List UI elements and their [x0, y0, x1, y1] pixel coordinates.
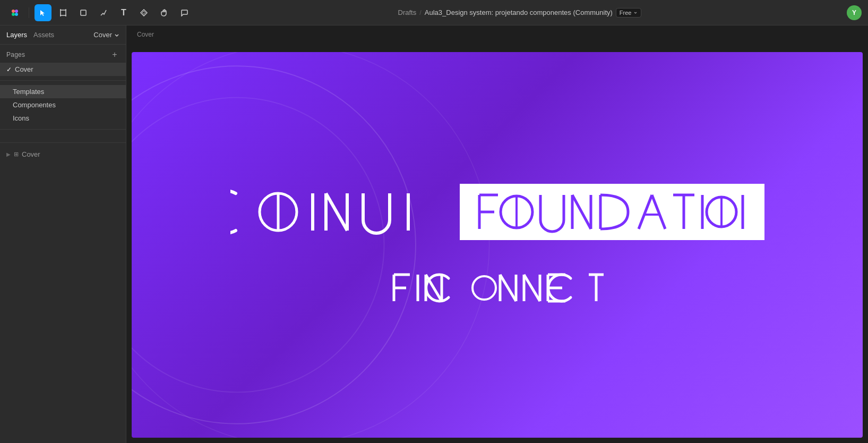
svg-rect-4 — [61, 10, 66, 15]
design-card — [132, 52, 863, 438]
project-name: Aula3_Design system: projetando componen… — [425, 8, 613, 16]
avatar: Y — [847, 5, 862, 20]
chevron-right-icon: ▶ — [6, 151, 11, 157]
figma-menu-button[interactable] — [6, 4, 23, 21]
tab-layers[interactable]: Layers — [6, 30, 27, 40]
svg-line-47 — [500, 275, 516, 301]
main-area: Layers Assets Cover Pages + ✓ Cover Temp — [0, 25, 868, 443]
layers-section: ▶ ⊞ Cover — [0, 142, 126, 166]
layer-item-cover[interactable]: ▶ ⊞ Cover — [6, 148, 119, 160]
svg-rect-9 — [81, 10, 86, 15]
finconnect-area — [391, 272, 604, 306]
toolbar-breadcrumb: Drafts / Aula3_Design system: projetando… — [193, 8, 847, 18]
breadcrumb-drafts[interactable]: Drafts — [398, 8, 417, 16]
add-page-button[interactable]: + — [110, 50, 119, 59]
page-item-icons[interactable]: Icons — [0, 112, 126, 125]
svg-point-2 — [12, 13, 15, 16]
breadcrumb-separator: / — [419, 8, 422, 16]
foundation-box — [460, 184, 764, 240]
svg-line-17 — [326, 193, 347, 231]
svg-line-30 — [652, 195, 665, 229]
left-panel: Layers Assets Cover Pages + ✓ Cover Temp — [0, 25, 126, 443]
page-item-componentes[interactable]: Componentes — [0, 98, 126, 112]
pages-section: Pages + — [0, 45, 126, 63]
svg-point-0 — [12, 10, 15, 13]
main-logo-area — [230, 184, 764, 306]
page-list: ✓ Cover — [0, 63, 126, 76]
finconnect-svg — [391, 272, 604, 304]
frame-tool-button[interactable] — [55, 4, 72, 21]
panel-tabs: Layers Assets Cover — [0, 25, 126, 45]
toolbar-left: T — [6, 4, 193, 21]
cover-tab[interactable]: Cover — [93, 31, 119, 39]
svg-point-1 — [15, 10, 18, 13]
comment-tool-button[interactable] — [176, 4, 193, 21]
svg-line-29 — [639, 195, 652, 229]
divider-2 — [0, 129, 126, 130]
sub-page-list: Templates Componentes Icons — [0, 85, 126, 125]
page-item-templates[interactable]: Templates — [0, 85, 126, 98]
frame-icon: ⊞ — [14, 151, 19, 158]
component-tool-button[interactable] — [135, 4, 152, 21]
shape-tool-button[interactable] — [75, 4, 92, 21]
text-tool-button[interactable]: T — [115, 4, 132, 21]
page-item-cover[interactable]: ✓ Cover — [0, 63, 126, 76]
coin-ui-title — [230, 184, 764, 240]
move-tool-button[interactable] — [35, 4, 51, 21]
svg-point-3 — [15, 13, 18, 16]
canvas-frame-label: Cover — [137, 31, 154, 38]
svg-line-26 — [572, 195, 591, 229]
check-icon: ✓ — [6, 66, 12, 73]
foundation-svg — [474, 191, 750, 233]
tab-assets[interactable]: Assets — [33, 30, 54, 40]
separator-1 — [29, 7, 29, 18]
toolbar-right: Y — [847, 5, 862, 20]
canvas-area: Cover — [126, 25, 868, 443]
coin-ui-svg — [230, 185, 453, 238]
toolbar: T Drafts / Aula3_Design system: projetan… — [0, 0, 868, 25]
pages-label: Pages — [6, 51, 25, 58]
pen-tool-button[interactable] — [95, 4, 112, 21]
hand-tool-button[interactable] — [156, 4, 173, 21]
divider-1 — [0, 80, 126, 81]
svg-point-45 — [472, 276, 496, 300]
svg-line-50 — [524, 275, 540, 301]
free-badge[interactable]: Free — [616, 8, 642, 18]
